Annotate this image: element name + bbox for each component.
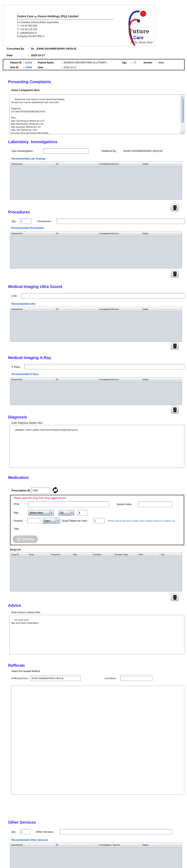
col-status: Status xyxy=(141,307,182,312)
scrollbar-thumb[interactable] xyxy=(181,98,184,123)
prescription-id-label: Prescription ID : xyxy=(11,489,32,492)
col-qty: Qty xyxy=(160,552,182,556)
meal-time-select[interactable]: Before Meal ▼ xyxy=(28,510,54,516)
patient-id-label: Patient ID xyxy=(10,61,22,64)
duration-unit-value: Day/s xyxy=(44,519,50,522)
presenting-complaints-title: Presenting Complaints xyxy=(8,80,51,84)
consult-date-label: Date xyxy=(7,54,12,57)
procedures-qty-label: Qty : xyxy=(11,220,17,223)
col-drug-id: Drug ID xyxy=(10,552,28,556)
patient-id-value: 11018 xyxy=(25,61,32,64)
section-other-services: Other Services Qty : Other Services : Re… xyxy=(0,820,187,868)
col-status: Status xyxy=(141,231,182,236)
referred-by-value: JOHN OSANWEOKWU OKOLIE xyxy=(123,149,163,152)
xray-input[interactable] xyxy=(24,364,184,369)
refferal-list-box[interactable] xyxy=(11,686,184,795)
section-ultrasound: Medical Imaging Ultra Sound USS : Recomm… xyxy=(0,284,187,353)
way-qty-input[interactable] xyxy=(78,510,87,516)
trash-icon: ↺ xyxy=(173,595,177,600)
referred-by-label: Reffered By : xyxy=(102,149,117,152)
trash-icon: ↺ xyxy=(173,205,177,210)
duration-input[interactable] xyxy=(27,518,40,523)
procedures-table-header: Department ID Investigation/Service Stat… xyxy=(10,231,182,236)
procedures-input[interactable] xyxy=(57,218,185,224)
consultant-input[interactable] xyxy=(120,676,152,681)
reffering-doctor-input[interactable] xyxy=(30,676,81,681)
special-notes-input[interactable] xyxy=(138,501,173,507)
company-title-by: by xyxy=(34,15,37,18)
colon: : xyxy=(136,503,137,506)
address-line: T: +24 84 225 252 xyxy=(17,28,59,31)
uss-title: Medical Imaging Ultra Sound xyxy=(8,284,62,289)
lab-investigation-label: Lab Investingation : xyxy=(11,149,34,152)
xray-table-body xyxy=(10,382,182,405)
svg-text:♥: ♥ xyxy=(137,36,138,39)
drug-table-body xyxy=(10,557,182,591)
drug-list-label: Drug List xyxy=(10,548,21,551)
prescription-refresh-button[interactable] xyxy=(52,487,59,494)
procedures-title: Procedures xyxy=(8,210,30,215)
frequency-select[interactable]: OD ▼ xyxy=(58,510,74,516)
colon: : xyxy=(131,61,132,64)
section-lab-investigations: Laboratory Investigations Lab Investinga… xyxy=(0,140,187,210)
complaints-text: Abdominal scan reports normal abdominal … xyxy=(11,98,65,134)
other-qty-input[interactable] xyxy=(20,829,31,834)
per-meal-input[interactable] xyxy=(93,518,105,523)
lab-results-table: Department ID Investigation/Service Stat… xyxy=(10,162,182,199)
visit-id-label: Visit ID xyxy=(10,66,18,69)
xray-label: X-Rays : xyxy=(11,365,22,368)
col-id: ID xyxy=(55,307,98,312)
prescription-id-input[interactable] xyxy=(31,487,50,493)
diagnosis-textarea[interactable]: URINARY TRACT INFECTION WITH EPIDDYDEMOO… xyxy=(9,425,184,468)
recommended-procedures-label: Recommended Procedures xyxy=(11,226,44,229)
enter-advice-label: Enter Doctor's Advice Here xyxy=(11,611,40,614)
add-drug-button[interactable]: + Add Drug xyxy=(13,535,38,543)
col-department: Department xyxy=(10,231,55,236)
other-services-input[interactable] xyxy=(59,829,172,834)
company-title: Future Care by Future Holdings (Pty) Lim… xyxy=(17,15,78,18)
col-duration-type: Duration Type xyxy=(114,552,137,556)
col-department: Department xyxy=(10,162,55,166)
procedures-qty-input[interactable] xyxy=(20,218,31,224)
scrollbar-down-icon[interactable]: ▼ xyxy=(181,130,184,134)
svg-text:Body Mind Soul: Body Mind Soul xyxy=(130,41,153,44)
drug-table-header: Drug ID Drug Fequency Way Duration Durat… xyxy=(10,552,182,557)
gender-value: Male xyxy=(158,61,164,64)
patient-name-value: MAHESH ARIYARATHNA ALUTHWAT... xyxy=(64,61,108,64)
age-label: Age xyxy=(122,61,127,64)
lab-investigation-input[interactable] xyxy=(43,148,88,154)
svg-text:↺: ↺ xyxy=(174,409,176,411)
visit-date-label: Date xyxy=(38,66,43,69)
col-status: Status xyxy=(141,377,182,382)
col-department: Department xyxy=(10,843,55,847)
add-icon: + xyxy=(17,538,20,541)
complaints-textarea[interactable]: Abdominal scan reports normal abdominal … xyxy=(9,94,184,134)
col-investigation: Investigation/Service xyxy=(98,307,141,312)
dropdown-arrow-icon: ▼ xyxy=(70,510,74,515)
complaints-scrollbar[interactable]: ▲ ▼ xyxy=(181,95,184,134)
drug-list-delete-button[interactable]: ↺ xyxy=(171,593,179,601)
company-address: Le Chainter,Victoria,Mahe,Seychelles T: … xyxy=(17,21,59,38)
other-table-header: Department ID Investigation / Service St… xyxy=(10,843,182,847)
xray-delete-button[interactable]: ↺ xyxy=(171,406,179,414)
future-care-logo: Future Care ♥ Body Mind Soul xyxy=(124,7,156,46)
colon: : xyxy=(62,66,62,69)
total-label: Total xyxy=(14,527,19,530)
uss-input[interactable] xyxy=(21,293,184,299)
procedures-delete-button[interactable]: ↺ xyxy=(171,270,179,278)
advice-textarea[interactable]: Do urine m/c/s take prescribed medicatio… xyxy=(9,615,184,654)
medication-form-box: Please select the Drug from Drug suggess… xyxy=(10,495,184,545)
colon: : xyxy=(23,61,24,64)
colon: : xyxy=(156,61,156,64)
uss-delete-button[interactable]: ↺ xyxy=(171,342,179,350)
company-title-main: Future Care xyxy=(17,15,33,18)
scrollbar-up-icon[interactable]: ▲ xyxy=(181,95,184,98)
recommended-uss-label: Recommended USS xyxy=(11,303,35,305)
header-box: Future Care by Future Holdings (Pty) Lim… xyxy=(3,5,155,46)
col-frequency: Fequency xyxy=(50,552,72,556)
drug-input[interactable] xyxy=(28,501,109,507)
refferals-title: Refferals xyxy=(8,663,25,668)
colon: : xyxy=(28,47,29,50)
other-services-title: Other Services xyxy=(8,820,36,825)
duration-unit-select[interactable]: Day/s ▼ xyxy=(43,518,60,524)
